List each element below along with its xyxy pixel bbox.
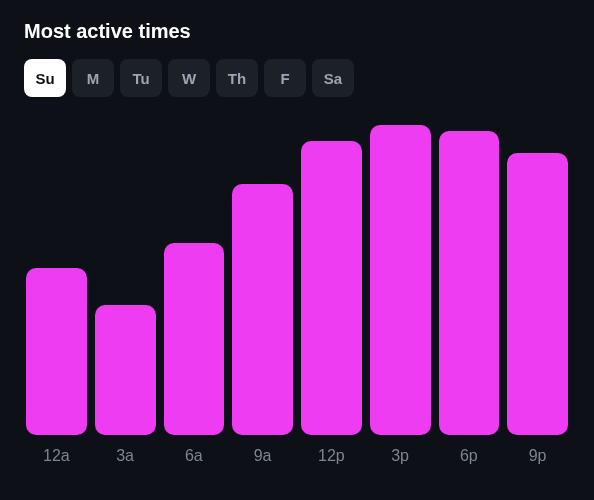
xlabel-9p: 9p xyxy=(507,447,568,465)
day-tab-tu[interactable]: Tu xyxy=(120,59,162,97)
xlabel-3p: 3p xyxy=(370,447,431,465)
bar-3p xyxy=(370,125,431,435)
day-tab-th[interactable]: Th xyxy=(216,59,258,97)
bar-9a xyxy=(232,184,293,435)
day-tab-f[interactable]: F xyxy=(264,59,306,97)
bar-9p xyxy=(507,153,568,435)
activity-chart: 12a 3a 6a 9a 12p 3p 6p 9p xyxy=(24,125,570,465)
day-tab-m[interactable]: M xyxy=(72,59,114,97)
xlabel-6p: 6p xyxy=(439,447,500,465)
day-tab-w[interactable]: W xyxy=(168,59,210,97)
xlabel-3a: 3a xyxy=(95,447,156,465)
day-tabs: Su M Tu W Th F Sa xyxy=(24,59,570,97)
bar-6a xyxy=(164,243,225,435)
day-tab-sa[interactable]: Sa xyxy=(312,59,354,97)
xlabel-6a: 6a xyxy=(164,447,225,465)
bar-3a xyxy=(95,305,156,435)
page-title: Most active times xyxy=(24,20,570,43)
xlabel-12a: 12a xyxy=(26,447,87,465)
bar-12a xyxy=(26,268,87,435)
bar-6p xyxy=(439,131,500,435)
day-tab-su[interactable]: Su xyxy=(24,59,66,97)
chart-xaxis: 12a 3a 6a 9a 12p 3p 6p 9p xyxy=(24,447,570,465)
xlabel-12p: 12p xyxy=(301,447,362,465)
chart-bars xyxy=(24,125,570,435)
xlabel-9a: 9a xyxy=(232,447,293,465)
bar-12p xyxy=(301,141,362,436)
